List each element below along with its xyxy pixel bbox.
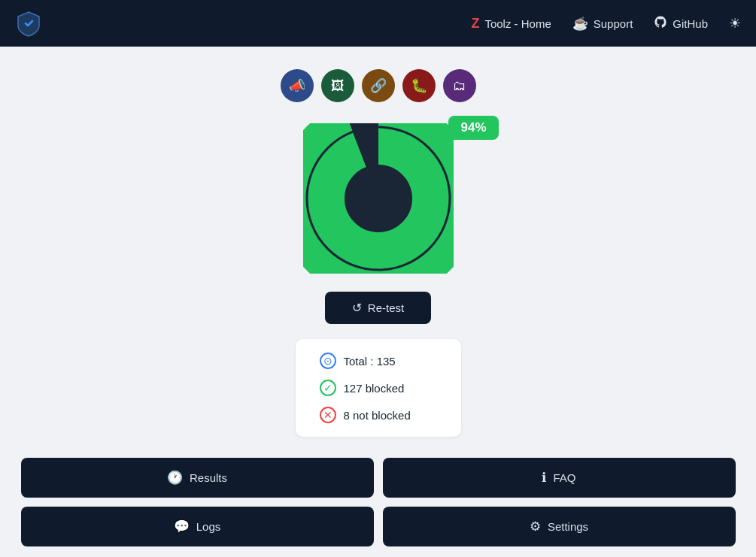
header-nav: Z Toolz - Home ☕ Support GitHub ☀ (471, 15, 741, 32)
bottom-button-grid: 🕐 Results ℹ FAQ 💬 Logs ⚙ Settings (17, 458, 739, 546)
support-icon: ☕ (572, 16, 588, 32)
main-content: 📣 🖼 🔗 🐛 🗂 94% ↺ Re-test ⊙ Total : (0, 47, 756, 557)
settings-button[interactable]: ⚙ Settings (383, 507, 736, 546)
retest-label: Re-test (368, 301, 404, 314)
tool-icon-layers[interactable]: 🗂 (443, 69, 476, 102)
percentage-badge: 94% (448, 116, 498, 140)
settings-label: Settings (548, 520, 588, 533)
blocked-dot-icon: ✓ (320, 380, 336, 396)
header-logo-area (15, 10, 42, 37)
faq-icon: ℹ (542, 470, 546, 486)
toolz-icon: Z (471, 16, 479, 32)
faq-button[interactable]: ℹ FAQ (383, 458, 736, 498)
github-icon (654, 15, 667, 32)
results-button[interactable]: 🕐 Results (21, 458, 374, 498)
pie-chart (303, 123, 454, 274)
not-blocked-dot-icon: ✕ (320, 407, 336, 423)
tool-icon-megaphone[interactable]: 📣 (281, 69, 314, 102)
tool-icon-bug[interactable]: 🐛 (402, 69, 436, 102)
stat-total: ⊙ Total : 135 (320, 353, 437, 369)
retest-icon: ↺ (352, 301, 362, 315)
results-label: Results (190, 471, 227, 484)
logs-icon: 💬 (174, 519, 190, 534)
chart-wrapper: 94% (303, 123, 454, 274)
logs-button[interactable]: 💬 Logs (21, 507, 374, 546)
stats-card: ⊙ Total : 135 ✓ 127 blocked ✕ 8 not bloc… (296, 339, 461, 437)
app-logo-icon (15, 10, 42, 37)
app-header: Z Toolz - Home ☕ Support GitHub ☀ (0, 0, 756, 47)
blocked-label: 127 blocked (344, 382, 405, 395)
settings-icon: ⚙ (530, 519, 541, 534)
tool-icon-row: 📣 🖼 🔗 🐛 🗂 (281, 69, 476, 102)
nav-github[interactable]: GitHub (654, 15, 708, 32)
logs-label: Logs (196, 520, 221, 533)
nav-support-label: Support (594, 17, 633, 30)
stat-not-blocked: ✕ 8 not blocked (320, 407, 437, 423)
retest-button[interactable]: ↺ Re-test (325, 292, 431, 324)
nav-toolz-label: Toolz - Home (484, 17, 551, 30)
tool-icon-network[interactable]: 🔗 (362, 69, 395, 102)
nav-github-label: GitHub (673, 17, 708, 30)
faq-label: FAQ (553, 471, 575, 484)
theme-toggle-icon[interactable]: ☀ (729, 15, 741, 32)
total-dot-icon: ⊙ (320, 353, 336, 369)
results-icon: 🕐 (167, 470, 183, 486)
not-blocked-label: 8 not blocked (344, 409, 411, 422)
nav-support[interactable]: ☕ Support (572, 16, 633, 32)
nav-toolz[interactable]: Z Toolz - Home (471, 16, 551, 32)
tool-icon-image[interactable]: 🖼 (321, 69, 354, 102)
total-label: Total : 135 (344, 355, 396, 368)
stat-blocked: ✓ 127 blocked (320, 380, 437, 396)
